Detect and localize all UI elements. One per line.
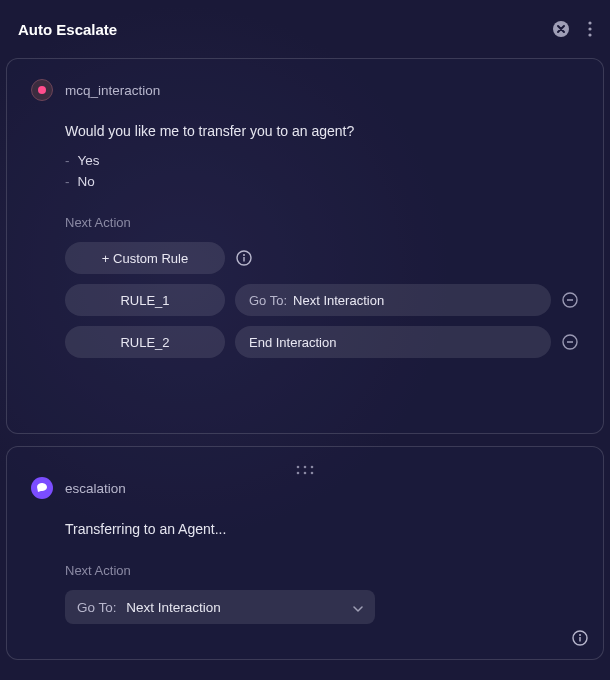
svg-point-2 [588,27,591,30]
escalation-icon [31,477,53,499]
rule-name-pill[interactable]: RULE_2 [65,326,225,358]
header-actions [552,20,592,38]
node-header: mcq_interaction [31,79,579,101]
node-header: escalation [31,477,579,499]
svg-rect-6 [243,257,244,262]
mcq-option-label: Yes [78,153,100,168]
mcq-option-label: No [78,174,95,189]
mcq-options: Yes No [65,153,579,189]
mcq-option: No [65,174,579,189]
svg-point-18 [579,634,581,636]
header-bar: Auto Escalate [0,0,610,58]
add-custom-rule-button[interactable]: + Custom Rule [65,242,225,274]
mcq-interaction-card: mcq_interaction Would you like me to tra… [6,58,604,434]
info-icon[interactable] [235,249,253,267]
mcq-question: Would you like me to transfer you to an … [65,123,579,139]
node-name: mcq_interaction [65,83,160,98]
more-vert-icon[interactable] [588,21,592,37]
svg-point-3 [588,33,591,36]
svg-point-13 [311,466,314,469]
goto-value: Next Interaction [126,600,221,615]
next-action-label: Next Action [65,563,579,578]
svg-point-14 [297,472,300,475]
mcq-icon [31,79,53,101]
goto-prefix: Go To: [249,293,287,308]
svg-point-16 [311,472,314,475]
rule-action-text: End Interaction [249,335,336,350]
close-icon[interactable] [552,20,570,38]
escalation-message: Transferring to an Agent... [65,521,579,537]
goto-value: Next Interaction [293,293,384,308]
rule-name-pill[interactable]: RULE_1 [65,284,225,316]
mcq-option: Yes [65,153,579,168]
rule-row: RULE_1 Go To: Next Interaction [65,284,579,316]
svg-rect-19 [579,637,580,642]
svg-point-11 [297,466,300,469]
rule-row: RULE_2 End Interaction [65,326,579,358]
goto-select[interactable]: Go To: Next Interaction [65,590,375,624]
drag-handle-icon[interactable] [296,461,314,479]
svg-point-5 [243,254,245,256]
page-title: Auto Escalate [18,21,117,38]
chevron-down-icon [353,600,363,615]
escalation-card: escalation Transferring to an Agent... N… [6,446,604,660]
rule-action-pill[interactable]: Go To: Next Interaction [235,284,551,316]
svg-point-12 [304,466,307,469]
next-action-label: Next Action [65,215,579,230]
rule-action-pill[interactable]: End Interaction [235,326,551,358]
info-icon[interactable] [571,629,589,647]
custom-rule-row: + Custom Rule [65,242,579,274]
svg-point-15 [304,472,307,475]
remove-rule-icon[interactable] [561,333,579,351]
svg-point-1 [588,21,591,24]
remove-rule-icon[interactable] [561,291,579,309]
goto-prefix: Go To: [77,600,117,615]
node-name: escalation [65,481,126,496]
